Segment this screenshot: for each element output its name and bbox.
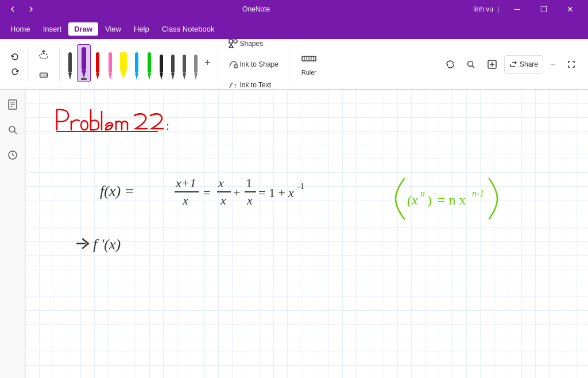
- svg-text:n-1: n-1: [472, 188, 484, 198]
- ruler-button[interactable]: Ruler: [296, 48, 322, 80]
- svg-marker-15: [135, 73, 138, 80]
- svg-marker-17: [148, 73, 151, 80]
- menubar: Home Insert Draw View Help Class Noteboo…: [0, 18, 588, 39]
- menu-view[interactable]: View: [99, 22, 127, 36]
- close-button[interactable]: ✕: [557, 0, 583, 18]
- menu-class-notebook[interactable]: Class Notebook: [156, 22, 220, 36]
- svg-marker-19: [160, 73, 163, 80]
- pen-purple[interactable]: [77, 44, 91, 82]
- back-button[interactable]: [5, 1, 21, 17]
- more-options-button[interactable]: ···: [546, 55, 560, 74]
- svg-text:(x: (x: [407, 192, 418, 207]
- svg-line-38: [472, 65, 474, 68]
- pen-dark3[interactable]: [179, 52, 189, 82]
- svg-line-51: [13, 155, 14, 156]
- svg-rect-14: [135, 52, 138, 73]
- menu-insert[interactable]: Insert: [37, 22, 68, 36]
- pen-dark1[interactable]: [156, 52, 167, 82]
- search-button[interactable]: [462, 55, 480, 74]
- share-button[interactable]: Share: [504, 55, 543, 74]
- svg-rect-7: [81, 78, 87, 80]
- user-name: linh vu: [473, 5, 493, 13]
- expand-button[interactable]: [563, 55, 580, 74]
- svg-text:x: x: [288, 186, 294, 200]
- eraser-button[interactable]: [34, 65, 53, 82]
- math-expression: f(x) = x+1 x = x x + 1 x = 1 + x -1: [100, 176, 304, 207]
- sync-button[interactable]: [441, 55, 459, 74]
- ink-to-shape-button[interactable]: Ink to Shape: [224, 55, 283, 74]
- redo-button[interactable]: [7, 65, 23, 79]
- svg-text:1: 1: [246, 176, 252, 190]
- sidebar-notes-button[interactable]: [2, 94, 23, 115]
- canvas-area[interactable]: : f(x) = x+1 x = x x + 1 x = 1 +: [25, 90, 588, 378]
- svg-text:f '(x): f '(x): [93, 236, 121, 253]
- svg-marker-4: [68, 73, 72, 80]
- svg-text:': ': [434, 192, 436, 200]
- add-page-button[interactable]: [482, 55, 502, 74]
- lasso-button[interactable]: [34, 47, 53, 63]
- svg-marker-11: [109, 73, 112, 80]
- svg-text:x+1: x+1: [175, 176, 196, 190]
- problem-22-title: [57, 110, 163, 132]
- menu-draw[interactable]: Draw: [68, 22, 98, 36]
- selection-group: [30, 45, 57, 84]
- add-pen-button[interactable]: +: [202, 57, 213, 69]
- svg-text:T: T: [234, 83, 237, 89]
- svg-text::: :: [166, 118, 169, 133]
- ribbon: + Shapes Ink to Shape T Ink to Text: [0, 39, 588, 90]
- svg-rect-16: [148, 52, 151, 73]
- svg-point-0: [40, 53, 48, 59]
- minimize-button[interactable]: ─: [504, 0, 531, 18]
- svg-text:): ): [427, 192, 432, 207]
- ink-to-shape-label: Ink to Shape: [240, 60, 278, 68]
- svg-marker-25: [194, 73, 198, 80]
- svg-text:+: +: [233, 186, 240, 200]
- svg-rect-22: [183, 55, 186, 73]
- svg-rect-8: [96, 52, 99, 73]
- pen-black[interactable]: [64, 50, 76, 82]
- svg-text:-1: -1: [297, 182, 304, 191]
- svg-text:= 1 +: = 1 +: [258, 186, 285, 200]
- pen-yellow[interactable]: [117, 50, 130, 82]
- svg-marker-21: [171, 73, 175, 80]
- svg-point-37: [467, 61, 473, 66]
- restore-button[interactable]: ❐: [531, 0, 557, 18]
- svg-rect-26: [229, 40, 233, 43]
- ink-to-text-label: Ink to Text: [240, 81, 271, 89]
- sidebar-search-button[interactable]: [2, 119, 23, 140]
- ruler-label: Ruler: [301, 69, 316, 76]
- implication: f '(x): [77, 236, 121, 253]
- pen-dark4[interactable]: [191, 52, 201, 82]
- ruler-group: Ruler: [292, 48, 326, 80]
- pen-green[interactable]: [144, 50, 155, 82]
- svg-text:x: x: [218, 176, 224, 190]
- pen-blue[interactable]: [131, 50, 142, 82]
- nav-buttons: [5, 1, 39, 17]
- shapes-label: Shapes: [240, 40, 264, 48]
- svg-marker-6: [82, 70, 86, 78]
- menu-home[interactable]: Home: [5, 22, 36, 36]
- svg-rect-24: [194, 55, 198, 73]
- svg-text:x: x: [182, 193, 188, 207]
- svg-point-27: [234, 40, 237, 43]
- menu-help[interactable]: Help: [128, 22, 155, 36]
- undo-redo-group: [5, 48, 25, 81]
- pen-dark2[interactable]: [168, 52, 178, 82]
- svg-text:x: x: [246, 193, 253, 207]
- sidebar-history-button[interactable]: [2, 145, 23, 165]
- undo-button[interactable]: [7, 50, 23, 64]
- pen-red[interactable]: [92, 50, 103, 82]
- titlebar: OneNote linh vu | ─ ❐ ✕: [0, 0, 588, 18]
- svg-line-48: [14, 132, 17, 134]
- svg-rect-10: [109, 52, 112, 73]
- pen-palette: +: [62, 42, 215, 87]
- svg-text:n: n: [420, 188, 425, 198]
- svg-text:f(x) =: f(x) =: [100, 183, 134, 199]
- svg-text:x: x: [220, 193, 226, 207]
- svg-rect-3: [68, 52, 72, 73]
- forward-button[interactable]: [23, 1, 39, 17]
- svg-rect-20: [171, 55, 175, 73]
- pen-pink[interactable]: [105, 50, 116, 82]
- shapes-button[interactable]: Shapes: [224, 34, 283, 53]
- svg-text:= n x: = n x: [438, 192, 466, 207]
